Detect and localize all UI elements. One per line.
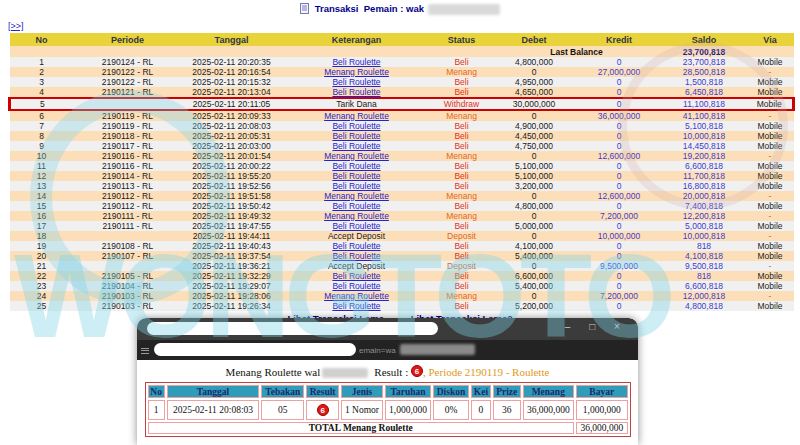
cell-no: 3 (10, 77, 74, 87)
cell-debet: 0 (492, 110, 577, 121)
table-row: 172190111 - RL2025-02-11 19:47:55Beli Ro… (10, 221, 794, 231)
result-cell-bayar: 1,000,000 (576, 400, 628, 420)
result-heading: Menang Roulette walResult : 6, Periode 2… (137, 365, 638, 378)
result-cell-jenis: 1 Nomor (341, 400, 383, 420)
cell-debet: 5,000,000 (492, 221, 577, 231)
minimize-button[interactable]: – (556, 321, 578, 332)
keterangan-link[interactable]: Menang Roulette (324, 67, 389, 77)
keterangan-link[interactable]: Beli Roulette (332, 251, 380, 261)
cell-keterangan: Beli Roulette (282, 77, 432, 87)
table-row: 62190119 - RL2025-02-11 20:09:33Menang R… (10, 110, 794, 121)
maximize-button[interactable]: □ (581, 321, 603, 332)
cell-keterangan: Beli Roulette (282, 241, 432, 251)
keterangan-link[interactable]: Beli Roulette (332, 121, 380, 131)
keterangan-link[interactable]: Beli Roulette (332, 161, 380, 171)
browser-tab-censored[interactable] (147, 322, 438, 335)
result-column-header: Kei (471, 385, 491, 398)
keterangan-link[interactable]: Beli Roulette (332, 241, 380, 251)
cell-kredit: 0 (577, 201, 662, 211)
cell-via: - (747, 110, 794, 121)
cell-saldo: 4,800,818 (662, 301, 747, 311)
cell-tanggal: 2025-02-11 20:05:31 (182, 131, 282, 141)
cell-status: Deposit (432, 231, 492, 241)
cell-kredit: 0 (577, 161, 662, 171)
close-button[interactable]: × (606, 321, 628, 332)
cell-no: 16 (10, 211, 74, 221)
keterangan-link[interactable]: Beli Roulette (332, 77, 380, 87)
cell-status: Menang (432, 67, 492, 77)
url-field-censored[interactable] (154, 343, 356, 356)
table-row: 112190116 - RL2025-02-11 20:00:22Beli Ro… (10, 161, 794, 171)
keterangan-link[interactable]: Beli Roulette (332, 301, 380, 311)
result-column-header: Result (306, 385, 339, 398)
cell-no: 17 (10, 221, 74, 231)
cell-via: Mobile (747, 181, 794, 191)
cell-kredit: 9,500,000 (577, 261, 662, 271)
last-balance-value: 23,700,818 (662, 46, 747, 57)
keterangan-link[interactable]: Beli Roulette (332, 171, 380, 181)
cell-kredit: 0 (577, 77, 662, 87)
cell-keterangan: Beli Roulette (282, 57, 432, 67)
cell-periode: 2190122 - RL (74, 67, 182, 77)
cell-debet: 0 (492, 231, 577, 241)
keterangan-link[interactable]: Menang Roulette (324, 111, 389, 121)
table-row: 52025-02-11 20:11:05Tarik DanaWithdraw30… (10, 98, 794, 110)
keterangan-link[interactable]: Beli Roulette (332, 181, 380, 191)
cell-no: 5 (10, 98, 74, 110)
cell-status: Beli (432, 57, 492, 67)
keterangan-link[interactable]: Beli Roulette (332, 281, 380, 291)
keterangan-link[interactable]: Menang Roulette (324, 191, 389, 201)
censored-player-name (428, 4, 500, 15)
cell-keterangan: Accept Deposit (282, 261, 432, 271)
cell-no: 2 (10, 67, 74, 77)
transactions-page: WONGTOTO Transaksi Pemain : wak [>>] NoP… (0, 0, 800, 445)
table-row: 162190111 - RL2025-02-11 19:49:32Menang … (10, 211, 794, 221)
cell-via: - (747, 191, 794, 201)
cell-tanggal: 2025-02-11 20:20:35 (182, 57, 282, 67)
cell-saldo: 5,100,818 (662, 121, 747, 131)
table-row: 202190107 - RL2025-02-11 19:37:54Beli Ro… (10, 251, 794, 261)
cell-no: 11 (10, 161, 74, 171)
cell-keterangan: Menang Roulette (282, 191, 432, 201)
cell-via: Mobile (747, 171, 794, 181)
table-row: 132190113 - RL2025-02-11 19:52:56Beli Ro… (10, 181, 794, 191)
cell-tanggal: 2025-02-11 19:37:54 (182, 251, 282, 261)
cell-status: Menang (432, 191, 492, 201)
keterangan-link[interactable]: Beli Roulette (332, 87, 380, 97)
keterangan-link[interactable]: Beli Roulette (332, 201, 380, 211)
keterangan-link[interactable]: Menang Roulette (324, 211, 389, 221)
keterangan-link[interactable]: Beli Roulette (332, 141, 380, 151)
keterangan-link[interactable]: Beli Roulette (332, 271, 380, 281)
cell-debet: 3,200,000 (492, 181, 577, 191)
keterangan-link[interactable]: Beli Roulette (332, 221, 380, 231)
result-column-header: Menang (523, 385, 574, 398)
result-cell-prize: 36 (493, 400, 521, 420)
cell-debet: 5,400,000 (492, 251, 577, 261)
keterangan-link[interactable]: Beli Roulette (332, 57, 380, 67)
cell-saldo: 10,000,818 (662, 231, 747, 241)
keterangan-link[interactable]: Menang Roulette (324, 151, 389, 161)
censored-url-part (400, 344, 475, 355)
keterangan-link[interactable]: Beli Roulette (332, 131, 380, 141)
expand-link[interactable]: [>>] (8, 21, 24, 31)
cell-status: Beli (432, 141, 492, 151)
cell-periode: 2190116 - RL (74, 151, 182, 161)
cell-via: Mobile (747, 87, 794, 98)
sidebar-icon[interactable] (141, 346, 149, 354)
result-row: 12025-02-11 20:08:030561 Nomor1,000,0000… (148, 400, 628, 420)
cell-status: Beli (432, 241, 492, 251)
cell-status: Menang (432, 110, 492, 121)
cell-tanggal: 2025-02-11 20:16:54 (182, 67, 282, 77)
cell-debet: 0 (492, 67, 577, 77)
result-total-row: TOTAL Menang Roulette36,000,000 (148, 422, 628, 434)
result-column-header: Bayar (576, 385, 628, 398)
cell-saldo: 23,700,818 (662, 57, 747, 67)
cell-tanggal: 2025-02-11 19:28:06 (182, 291, 282, 301)
keterangan-link[interactable]: Menang Roulette (324, 291, 389, 301)
table-row: 32190122 - RL2025-02-11 20:15:32Beli Rou… (10, 77, 794, 87)
cell-debet: 6,600,000 (492, 271, 577, 281)
cell-no: 22 (10, 271, 74, 281)
cell-periode: 2190104 - RL (74, 281, 182, 291)
table-row: 252190103 - RL2025-02-11 19:26:34Beli Ro… (10, 301, 794, 311)
cell-tanggal: 2025-02-11 19:49:32 (182, 211, 282, 221)
